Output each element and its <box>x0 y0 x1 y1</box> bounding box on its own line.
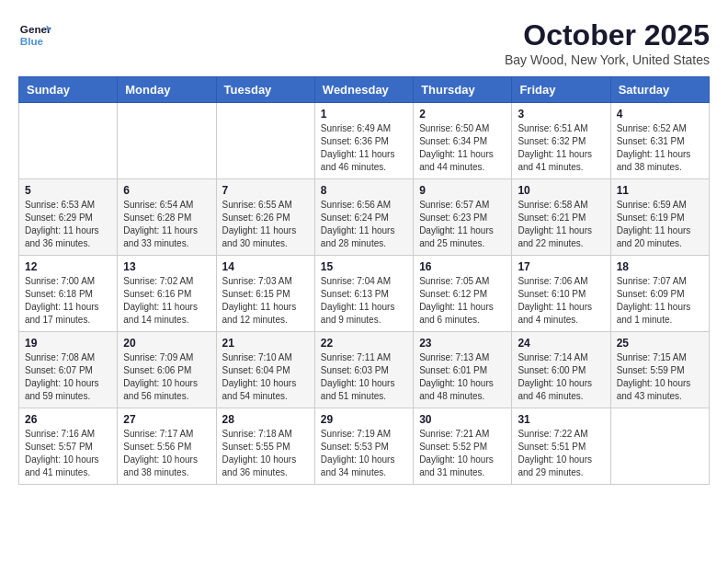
day-info: Sunrise: 6:54 AM Sunset: 6:28 PM Dayligh… <box>123 199 210 250</box>
table-row: 29Sunrise: 7:19 AM Sunset: 5:53 PM Dayli… <box>314 408 413 485</box>
col-sunday: Sunday <box>19 77 118 103</box>
day-number: 13 <box>123 260 210 273</box>
day-number: 16 <box>419 260 506 273</box>
day-number: 9 <box>419 184 506 197</box>
day-number: 25 <box>617 337 703 350</box>
day-info: Sunrise: 7:22 AM Sunset: 5:51 PM Dayligh… <box>518 428 604 479</box>
table-row: 6Sunrise: 6:54 AM Sunset: 6:28 PM Daylig… <box>118 179 216 256</box>
table-row: 21Sunrise: 7:10 AM Sunset: 6:04 PM Dayli… <box>216 332 314 408</box>
col-saturday: Saturday <box>610 77 709 103</box>
day-number: 27 <box>123 413 210 426</box>
day-info: Sunrise: 7:08 AM Sunset: 6:07 PM Dayligh… <box>25 351 111 403</box>
table-row: 22Sunrise: 7:11 AM Sunset: 6:03 PM Dayli… <box>314 332 413 408</box>
day-info: Sunrise: 6:56 AM Sunset: 6:24 PM Dayligh… <box>321 199 407 250</box>
day-number: 18 <box>617 260 703 273</box>
day-info: Sunrise: 7:04 AM Sunset: 6:13 PM Dayligh… <box>321 275 407 327</box>
col-tuesday: Tuesday <box>216 77 314 103</box>
logo-icon: General Blue <box>18 18 51 52</box>
table-row <box>19 103 118 179</box>
day-number: 12 <box>25 260 111 273</box>
day-info: Sunrise: 7:17 AM Sunset: 5:56 PM Dayligh… <box>123 428 210 479</box>
calendar-table: Sunday Monday Tuesday Wednesday Thursday… <box>18 76 710 485</box>
table-row: 10Sunrise: 6:58 AM Sunset: 6:21 PM Dayli… <box>512 179 610 256</box>
calendar-week-1: 1Sunrise: 6:49 AM Sunset: 6:36 PM Daylig… <box>19 103 710 179</box>
day-info: Sunrise: 6:53 AM Sunset: 6:29 PM Dayligh… <box>25 199 111 250</box>
table-row: 1Sunrise: 6:49 AM Sunset: 6:36 PM Daylig… <box>314 103 413 179</box>
table-row: 28Sunrise: 7:18 AM Sunset: 5:55 PM Dayli… <box>216 408 314 485</box>
table-row: 14Sunrise: 7:03 AM Sunset: 6:15 PM Dayli… <box>216 256 314 332</box>
day-number: 22 <box>321 337 407 350</box>
table-row: 3Sunrise: 6:51 AM Sunset: 6:32 PM Daylig… <box>512 103 610 179</box>
table-row: 13Sunrise: 7:02 AM Sunset: 6:16 PM Dayli… <box>118 256 216 332</box>
table-row: 18Sunrise: 7:07 AM Sunset: 6:09 PM Dayli… <box>610 256 709 332</box>
day-number: 7 <box>222 184 309 197</box>
logo: General Blue <box>18 18 55 52</box>
day-info: Sunrise: 7:07 AM Sunset: 6:09 PM Dayligh… <box>617 275 703 327</box>
day-number: 19 <box>25 337 111 350</box>
month-title: October 2025 <box>505 18 710 52</box>
day-info: Sunrise: 7:02 AM Sunset: 6:16 PM Dayligh… <box>123 275 210 327</box>
table-row: 15Sunrise: 7:04 AM Sunset: 6:13 PM Dayli… <box>314 256 413 332</box>
day-info: Sunrise: 6:52 AM Sunset: 6:31 PM Dayligh… <box>617 122 703 174</box>
table-row: 31Sunrise: 7:22 AM Sunset: 5:51 PM Dayli… <box>512 408 610 485</box>
table-row: 25Sunrise: 7:15 AM Sunset: 5:59 PM Dayli… <box>610 332 709 408</box>
day-info: Sunrise: 7:21 AM Sunset: 5:52 PM Dayligh… <box>419 428 506 479</box>
day-number: 23 <box>419 337 506 350</box>
day-number: 15 <box>321 260 407 273</box>
calendar-header-row: Sunday Monday Tuesday Wednesday Thursday… <box>19 77 710 103</box>
day-info: Sunrise: 6:51 AM Sunset: 6:32 PM Dayligh… <box>518 122 604 174</box>
day-info: Sunrise: 6:49 AM Sunset: 6:36 PM Dayligh… <box>321 122 407 174</box>
calendar-week-4: 19Sunrise: 7:08 AM Sunset: 6:07 PM Dayli… <box>19 332 710 408</box>
table-row: 20Sunrise: 7:09 AM Sunset: 6:06 PM Dayli… <box>118 332 216 408</box>
day-info: Sunrise: 6:59 AM Sunset: 6:19 PM Dayligh… <box>617 199 703 250</box>
title-section: October 2025 Bay Wood, New York, United … <box>505 18 710 67</box>
col-monday: Monday <box>118 77 216 103</box>
svg-text:Blue: Blue <box>20 35 44 47</box>
col-wednesday: Wednesday <box>314 77 413 103</box>
table-row <box>610 408 709 485</box>
day-info: Sunrise: 7:18 AM Sunset: 5:55 PM Dayligh… <box>222 428 309 479</box>
day-info: Sunrise: 7:11 AM Sunset: 6:03 PM Dayligh… <box>321 351 407 403</box>
day-number: 11 <box>617 184 703 197</box>
day-number: 3 <box>518 108 604 121</box>
table-row: 26Sunrise: 7:16 AM Sunset: 5:57 PM Dayli… <box>19 408 118 485</box>
table-row: 19Sunrise: 7:08 AM Sunset: 6:07 PM Dayli… <box>19 332 118 408</box>
day-number: 2 <box>419 108 506 121</box>
table-row: 27Sunrise: 7:17 AM Sunset: 5:56 PM Dayli… <box>118 408 216 485</box>
day-number: 8 <box>321 184 407 197</box>
table-row: 7Sunrise: 6:55 AM Sunset: 6:26 PM Daylig… <box>216 179 314 256</box>
table-row: 4Sunrise: 6:52 AM Sunset: 6:31 PM Daylig… <box>610 103 709 179</box>
day-info: Sunrise: 7:05 AM Sunset: 6:12 PM Dayligh… <box>419 275 506 327</box>
col-thursday: Thursday <box>414 77 512 103</box>
col-friday: Friday <box>512 77 610 103</box>
day-number: 31 <box>518 413 604 426</box>
day-info: Sunrise: 7:15 AM Sunset: 5:59 PM Dayligh… <box>617 351 703 403</box>
day-number: 26 <box>25 413 111 426</box>
table-row: 23Sunrise: 7:13 AM Sunset: 6:01 PM Dayli… <box>414 332 512 408</box>
day-info: Sunrise: 6:58 AM Sunset: 6:21 PM Dayligh… <box>518 199 604 250</box>
page-header: General Blue October 2025 Bay Wood, New … <box>18 18 710 67</box>
calendar-week-2: 5Sunrise: 6:53 AM Sunset: 6:29 PM Daylig… <box>19 179 710 256</box>
table-row: 12Sunrise: 7:00 AM Sunset: 6:18 PM Dayli… <box>19 256 118 332</box>
table-row: 30Sunrise: 7:21 AM Sunset: 5:52 PM Dayli… <box>414 408 512 485</box>
table-row <box>216 103 314 179</box>
day-number: 29 <box>321 413 407 426</box>
day-number: 24 <box>518 337 604 350</box>
table-row: 9Sunrise: 6:57 AM Sunset: 6:23 PM Daylig… <box>414 179 512 256</box>
day-number: 20 <box>123 337 210 350</box>
table-row: 5Sunrise: 6:53 AM Sunset: 6:29 PM Daylig… <box>19 179 118 256</box>
calendar-week-5: 26Sunrise: 7:16 AM Sunset: 5:57 PM Dayli… <box>19 408 710 485</box>
day-info: Sunrise: 7:16 AM Sunset: 5:57 PM Dayligh… <box>25 428 111 479</box>
day-number: 4 <box>617 108 703 121</box>
table-row: 8Sunrise: 6:56 AM Sunset: 6:24 PM Daylig… <box>314 179 413 256</box>
table-row: 2Sunrise: 6:50 AM Sunset: 6:34 PM Daylig… <box>414 103 512 179</box>
day-info: Sunrise: 7:13 AM Sunset: 6:01 PM Dayligh… <box>419 351 506 403</box>
day-info: Sunrise: 6:55 AM Sunset: 6:26 PM Dayligh… <box>222 199 309 250</box>
day-info: Sunrise: 7:06 AM Sunset: 6:10 PM Dayligh… <box>518 275 604 327</box>
day-number: 30 <box>419 413 506 426</box>
day-number: 21 <box>222 337 309 350</box>
table-row: 24Sunrise: 7:14 AM Sunset: 6:00 PM Dayli… <box>512 332 610 408</box>
location-subtitle: Bay Wood, New York, United States <box>505 52 710 67</box>
table-row: 17Sunrise: 7:06 AM Sunset: 6:10 PM Dayli… <box>512 256 610 332</box>
day-info: Sunrise: 7:10 AM Sunset: 6:04 PM Dayligh… <box>222 351 309 403</box>
